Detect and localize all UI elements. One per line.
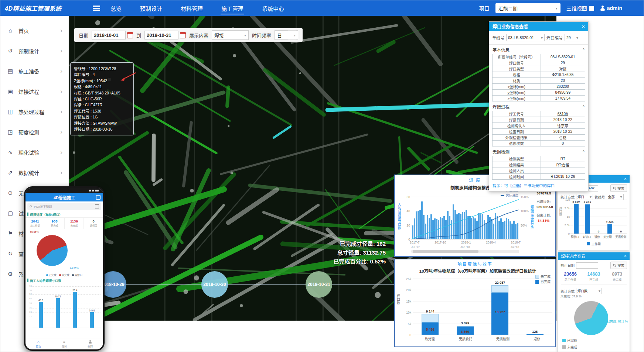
collapse-icon[interactable]: ∧	[582, 149, 585, 155]
row-value: RT:合格	[541, 162, 585, 168]
date-to-input[interactable]	[144, 31, 178, 39]
close-icon[interactable]: ×	[624, 253, 627, 259]
close-icon[interactable]: ×	[624, 176, 627, 182]
sidebar-item[interactable]: ↺ 预制设计 ›	[0, 41, 68, 61]
axis-tick: 热处理	[603, 235, 612, 239]
bar	[607, 224, 612, 234]
search-button[interactable]: 搜索	[610, 262, 627, 269]
row-value: 对接	[541, 66, 585, 72]
weld-process-table: 焊工代号 6810A 焊接日期 2018-10-22 检测确认人 徐京章 检查日…	[492, 111, 585, 146]
scrollbar-thumb[interactable]	[413, 250, 478, 253]
stat-block: 0 返修口	[84, 218, 103, 229]
time-range-slider[interactable]: Jul '17 Jan '18 Jul '18	[411, 245, 519, 249]
sidebar-item[interactable]: ▤ 施工准备 ›	[0, 61, 68, 81]
legend-marker	[535, 280, 539, 284]
search-icon	[613, 187, 616, 190]
phone-search-bar[interactable]: PCX地下管网	[27, 203, 101, 210]
close-icon[interactable]: ×	[582, 24, 585, 30]
hamburger-menu-icon[interactable]	[93, 6, 100, 11]
legend-item[interactable]: 已完成	[562, 338, 577, 343]
row-label: 规格	[493, 72, 541, 78]
deadline-input[interactable]	[576, 262, 598, 269]
ndt-table: 检测类型 RT 检测结果 RT:合格 检测人员 检测时间 RT:2018-10-…	[492, 156, 585, 180]
panel-tab[interactable]: 项目资源与效率	[395, 261, 555, 267]
collapse-icon[interactable]: ∧	[582, 47, 585, 53]
sidebar-item-icon: ⊙	[6, 190, 14, 196]
axis-tick: 2017-7	[410, 241, 419, 244]
stat-block: 已焊接数: 239762.50	[536, 199, 555, 209]
sidebar-item[interactable]: ◳ 硬度检测 ›	[0, 122, 68, 142]
y-axis-ticks: 25k20k15k10k5k0	[400, 279, 411, 335]
signal-icon	[89, 190, 91, 191]
collapse-icon[interactable]: ∧	[582, 104, 585, 110]
scan-icon[interactable]	[95, 204, 99, 208]
sidebar-item[interactable]: ∿ 理化试验 ›	[0, 142, 68, 162]
sidebar-item[interactable]: ⇗ 数据统计 ›	[0, 162, 68, 183]
pipeline-select[interactable]: 全部▾	[607, 194, 624, 200]
bar-column: 24.61	[89, 309, 95, 328]
table-row: 焊口类型 对接	[493, 66, 585, 72]
stat-block: 14683 已完成	[582, 272, 605, 282]
phone-nav-profile[interactable]: 我的	[77, 338, 103, 349]
nav-item[interactable]: 总览	[110, 0, 122, 16]
nav-item[interactable]: 材料管理	[180, 0, 204, 16]
legend-label: 未完成	[62, 274, 69, 276]
sidebar-item[interactable]: ◫ 热处理过程 ›	[0, 101, 68, 122]
workload-bar-plot: 8 8108 62902 6690	[570, 200, 627, 234]
stat-value: 905	[45, 219, 64, 223]
play-button[interactable]: ▶	[286, 29, 299, 41]
stat-mode-select[interactable]: 焊口▾	[576, 194, 593, 200]
sidebar-item-label: 施工准备	[18, 68, 60, 75]
timeline-node[interactable]: 2018-10-30	[201, 271, 228, 298]
bar-value-label: 3 569	[457, 330, 474, 334]
stat-mode-select[interactable]: 焊口数▾	[576, 288, 602, 294]
view-3d-checkbox[interactable]	[589, 6, 594, 11]
expand-icon[interactable]	[96, 195, 100, 200]
table-row: 材质 20	[493, 78, 585, 84]
calendar-icon[interactable]	[127, 32, 133, 38]
content-select[interactable]: 焊接▾	[212, 30, 249, 40]
nav-item[interactable]: 预制设计	[139, 0, 163, 16]
tooltip-line: 材质 : GB/T 9948 20+A105	[74, 90, 130, 96]
legend-item[interactable]: 已完成	[535, 279, 551, 284]
chevron-down-icon: ▾	[556, 6, 558, 10]
row-value: 0	[541, 141, 585, 146]
phone-nav-home[interactable]: ⌂ 首页	[25, 338, 51, 349]
legend-item[interactable]: 实际进度	[501, 193, 530, 198]
sidebar-item[interactable]: ⌂ 首页 ›	[0, 20, 68, 41]
legend-item[interactable]: 未完成	[535, 274, 551, 279]
legend-item[interactable]: 未完成	[562, 345, 577, 349]
stat-block: 2041 总工作量	[25, 218, 45, 229]
table-row: 检测结果 RT:合格	[493, 162, 585, 168]
timeline-node[interactable]: 2018-10-31	[306, 271, 332, 298]
nav-item[interactable]: 施工管理	[221, 0, 244, 16]
date-from-input[interactable]	[92, 31, 126, 39]
sidebar-item-icon: ⚑	[6, 230, 14, 237]
phone-section-header: 焊接进度（单位:焊口）	[25, 211, 103, 217]
table-row: 所属单线号（管段号） 03-LS-8320-01	[493, 54, 585, 60]
chevron-right-icon: ›	[60, 68, 62, 75]
calendar-icon[interactable]	[180, 32, 186, 38]
tooltip-line: 规格 : Φ89.0×11	[74, 84, 130, 90]
legend-label: 返修口	[75, 274, 82, 276]
axis-tick: 热处理	[425, 337, 435, 341]
weld-info-controls: 单线号 03-LS-8320-01▾ 焊口编号 29▾	[489, 31, 588, 45]
phone-nav-tasks[interactable]: ≡ 任务	[51, 338, 77, 349]
phone-screen: 4D管道施工 PCX地下管网 焊接进度（单位:焊口） 2041 总工作量 905	[25, 188, 103, 349]
legend-item[interactable]: 工作量	[587, 241, 601, 246]
project-label: 项目	[479, 4, 490, 12]
row-value: 6810A	[541, 111, 585, 117]
project-select-value: 汇能二期	[498, 5, 518, 12]
row-value: 263200	[541, 84, 585, 90]
phone-pie-section: 55.65% 44.35%	[25, 229, 103, 273]
nav-item[interactable]: 系统中心	[261, 0, 285, 16]
user-menu[interactable]: admin	[600, 5, 622, 11]
line-no-select[interactable]: 03-LS-8320-01▾	[506, 34, 545, 41]
project-select[interactable]: 汇能二期 ▾	[495, 3, 560, 13]
sidebar-item[interactable]: ▣ 焊接过程 ›	[0, 81, 68, 101]
search-button[interactable]: 搜索	[610, 184, 627, 192]
row-label: 所属单线号（管段号）	[493, 54, 541, 60]
view-3d-toggle[interactable]: 三维视图	[566, 4, 594, 12]
chart-scrollbar[interactable]	[411, 250, 519, 253]
joint-no-select[interactable]: 29▾	[565, 34, 580, 41]
